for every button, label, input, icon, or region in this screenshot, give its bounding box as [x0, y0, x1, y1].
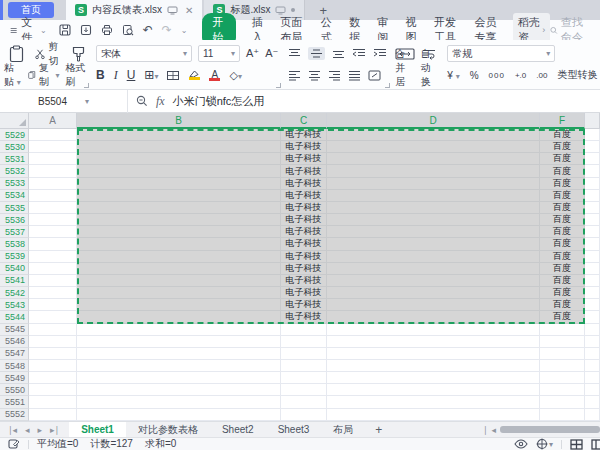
cell[interactable] — [29, 396, 77, 408]
justify-icon[interactable] — [348, 70, 361, 81]
cell[interactable] — [540, 384, 585, 396]
cell[interactable] — [77, 299, 281, 311]
cell[interactable]: 电子科技 — [281, 202, 327, 214]
cell[interactable] — [585, 409, 600, 421]
align-left-icon[interactable] — [288, 70, 301, 81]
cell[interactable]: 电子科技 — [281, 251, 327, 263]
col-header-B[interactable]: B — [77, 113, 281, 129]
align-center-icon[interactable] — [308, 70, 321, 81]
cell[interactable] — [77, 153, 281, 165]
cell[interactable] — [585, 396, 600, 408]
row-header[interactable]: 5537 — [0, 226, 29, 238]
cell[interactable]: 百度 — [540, 238, 585, 250]
cell[interactable] — [77, 141, 281, 153]
cell[interactable]: 百度 — [540, 263, 585, 275]
cell[interactable] — [29, 226, 77, 238]
borders-button[interactable]: ⊞▾ — [144, 68, 158, 82]
cell[interactable] — [29, 238, 77, 250]
cell[interactable] — [77, 348, 281, 360]
cell[interactable] — [327, 299, 540, 311]
undo-icon[interactable]: ↶ — [143, 25, 153, 35]
cell[interactable] — [540, 360, 585, 372]
row-header[interactable]: 5539 — [0, 251, 29, 263]
cell[interactable] — [77, 226, 281, 238]
cell[interactable] — [281, 409, 327, 421]
cell[interactable] — [327, 396, 540, 408]
row-header[interactable]: 5542 — [0, 287, 29, 299]
decrease-indent-icon[interactable] — [352, 48, 366, 59]
type-convert-button[interactable]: 类型转换 ▾ — [557, 68, 600, 82]
row-header[interactable]: 5549 — [0, 372, 29, 384]
cell[interactable]: 百度 — [540, 287, 585, 299]
cell[interactable] — [327, 214, 540, 226]
cell[interactable]: 百度 — [540, 129, 585, 141]
increase-decimal-button[interactable]: +.0 — [515, 71, 526, 80]
last-sheet-icon[interactable]: ▸∣ — [50, 425, 59, 435]
cell[interactable] — [29, 165, 77, 177]
cell[interactable] — [585, 165, 600, 177]
cell[interactable] — [327, 324, 540, 336]
cell[interactable] — [585, 275, 600, 287]
sheet-tab-Sheet1[interactable]: Sheet1 — [69, 422, 126, 438]
row-header[interactable]: 5538 — [0, 238, 29, 250]
share-screen-icon[interactable] — [167, 6, 178, 15]
row-header[interactable]: 5552 — [0, 409, 29, 421]
cell[interactable] — [281, 336, 327, 348]
cell[interactable] — [77, 129, 281, 141]
row-header[interactable]: 5543 — [0, 299, 29, 311]
cell[interactable] — [585, 202, 600, 214]
row-header[interactable]: 5530 — [0, 141, 29, 153]
page-layout-view-icon[interactable] — [591, 439, 600, 450]
redo-icon[interactable]: ↷ — [162, 25, 172, 35]
cell[interactable] — [585, 190, 600, 202]
scroll-split-icon[interactable]: ∣ — [483, 425, 488, 435]
cell[interactable] — [77, 275, 281, 287]
horizontal-scroll-thumb[interactable] — [500, 426, 600, 433]
row-header[interactable]: 5546 — [0, 336, 29, 348]
cell[interactable]: 电子科技 — [281, 275, 327, 287]
cell[interactable] — [327, 263, 540, 275]
cell[interactable] — [585, 372, 600, 384]
cell[interactable] — [585, 251, 600, 263]
align-bottom-icon[interactable] — [332, 48, 345, 59]
export-icon[interactable] — [80, 24, 92, 36]
cell[interactable] — [29, 141, 77, 153]
cell[interactable] — [281, 324, 327, 336]
cell[interactable]: 百度 — [540, 165, 585, 177]
cell[interactable] — [327, 153, 540, 165]
row-header[interactable]: 5545 — [0, 324, 29, 336]
cell[interactable] — [29, 372, 77, 384]
navigation-crosshair-icon[interactable]: ▾ — [536, 438, 553, 450]
cell-shading-button[interactable] — [167, 71, 179, 80]
align-top-icon[interactable] — [288, 48, 301, 59]
cell[interactable] — [327, 360, 540, 372]
cell[interactable] — [77, 336, 281, 348]
cell[interactable] — [29, 324, 77, 336]
dialog-launcher[interactable] — [84, 83, 89, 88]
more-dropdown-icon[interactable]: ⌄ — [181, 26, 188, 35]
cell[interactable] — [327, 275, 540, 287]
zoom-magnifier-icon[interactable] — [136, 95, 148, 107]
cell[interactable]: 百度 — [540, 275, 585, 287]
cell[interactable]: 电子科技 — [281, 263, 327, 275]
cell[interactable] — [29, 336, 77, 348]
row-header[interactable]: 5533 — [0, 178, 29, 190]
shrink-font-button[interactable]: A⁻ — [265, 47, 278, 60]
cell[interactable] — [77, 178, 281, 190]
cell[interactable] — [77, 311, 281, 323]
row-header[interactable]: 5535 — [0, 202, 29, 214]
row-header[interactable]: 5540 — [0, 263, 29, 275]
cell[interactable]: 百度 — [540, 299, 585, 311]
row-header[interactable]: 5550 — [0, 384, 29, 396]
row-header[interactable]: 5551 — [0, 396, 29, 408]
col-header-F[interactable]: F — [540, 113, 585, 129]
italic-button[interactable]: I — [114, 68, 118, 83]
save-icon[interactable] — [59, 24, 71, 36]
cell[interactable] — [540, 336, 585, 348]
cell[interactable] — [585, 299, 600, 311]
print-icon[interactable] — [101, 24, 113, 36]
paste-button[interactable] — [4, 45, 29, 63]
cell[interactable]: 百度 — [540, 178, 585, 190]
cell[interactable] — [77, 251, 281, 263]
cell[interactable] — [585, 348, 600, 360]
